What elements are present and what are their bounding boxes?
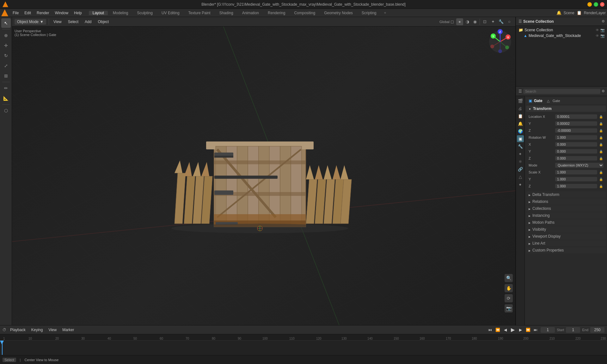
- viewport-canvas[interactable]: User Perspective (1) Scene Collection | …: [12, 27, 515, 325]
- filter-icon[interactable]: ☰: [518, 19, 522, 24]
- prop-physics-icon[interactable]: ⚛: [517, 158, 524, 165]
- prop-modifier-icon[interactable]: 🔧: [517, 143, 524, 150]
- scale-z-lock[interactable]: 🔒: [598, 184, 604, 189]
- maximize-button[interactable]: □: [594, 2, 598, 7]
- tab-texture-paint[interactable]: Texture Paint: [185, 11, 214, 15]
- motion-paths-section[interactable]: Motion Paths: [526, 219, 606, 226]
- tool-add-object[interactable]: ⬡: [1, 106, 11, 115]
- scale-x-value[interactable]: 1.000: [555, 170, 597, 174]
- render-layer-icon[interactable]: 📋: [576, 9, 583, 16]
- jump-start-button[interactable]: ⏮: [487, 327, 493, 333]
- frame-bar[interactable]: [0, 341, 607, 355]
- prop-constraints-icon[interactable]: 🔗: [517, 166, 524, 173]
- delta-transform-section[interactable]: Delta Transform: [526, 191, 606, 198]
- view-menu-timeline[interactable]: View: [46, 327, 58, 333]
- tool-move[interactable]: ✛: [1, 41, 11, 50]
- marker-menu[interactable]: Marker: [60, 327, 76, 333]
- view-menu[interactable]: View: [52, 19, 64, 25]
- location-x-lock[interactable]: 🔒: [598, 114, 604, 119]
- rotation-x-lock[interactable]: 🔒: [598, 142, 604, 147]
- overlay-toggle[interactable]: ⊡: [481, 18, 488, 25]
- prop-object-icon[interactable]: ▣: [517, 135, 524, 142]
- select-menu[interactable]: Select: [66, 19, 80, 25]
- minimize-button[interactable]: −: [587, 2, 592, 7]
- tab-scripting[interactable]: Scripting: [358, 11, 380, 15]
- tab-layout[interactable]: Layout: [89, 11, 108, 15]
- next-keyframe-button[interactable]: ▶: [517, 327, 524, 333]
- prop-world-icon[interactable]: 🌍: [517, 128, 524, 135]
- tab-compositing[interactable]: Compositing: [290, 11, 319, 15]
- tab-uv-editing[interactable]: UV Editing: [158, 11, 183, 15]
- current-frame-input[interactable]: [541, 327, 555, 333]
- scene-collection-item[interactable]: 📁 Scene Collection 👁 📷: [517, 27, 606, 33]
- tool-cursor[interactable]: ⊕: [1, 31, 11, 40]
- prop-material-icon[interactable]: ●: [517, 181, 524, 188]
- rotation-w-lock[interactable]: 🔒: [598, 135, 604, 140]
- tab-rendering[interactable]: Rendering: [264, 11, 289, 15]
- location-y-value[interactable]: 0.00002: [555, 121, 597, 126]
- zoom-gizmo[interactable]: 🔍: [505, 274, 513, 282]
- tool-measure[interactable]: 📐: [1, 94, 11, 103]
- outliner-options[interactable]: ⚙: [602, 19, 605, 23]
- instancing-section[interactable]: Instancing: [526, 212, 606, 219]
- transform-header[interactable]: Transform: [526, 106, 606, 112]
- viewport-display-section[interactable]: Viewport Display: [526, 233, 606, 240]
- viewport-shading-material[interactable]: ◑: [464, 18, 471, 25]
- end-frame-input[interactable]: [590, 327, 604, 333]
- menu-edit[interactable]: Edit: [22, 10, 34, 16]
- rotation-y-lock[interactable]: 🔒: [598, 149, 604, 154]
- properties-search[interactable]: [523, 89, 600, 94]
- rotation-z-value[interactable]: 0.000: [555, 156, 597, 161]
- scene-icon[interactable]: 🔔: [555, 9, 562, 16]
- rotation-z-lock[interactable]: 🔒: [598, 156, 604, 161]
- line-art-section[interactable]: Line Art: [526, 240, 606, 246]
- prop-view-layer-icon[interactable]: 📋: [517, 112, 524, 119]
- menu-render[interactable]: Render: [34, 10, 52, 16]
- tab-sculpting[interactable]: Sculpting: [133, 11, 156, 15]
- proportional-edit[interactable]: ○: [506, 18, 513, 25]
- scale-x-lock[interactable]: 🔒: [598, 170, 604, 175]
- blender-menu-logo[interactable]: [1, 9, 8, 16]
- tab-geometry-nodes[interactable]: Geometry Nodes: [320, 11, 357, 15]
- collections-section[interactable]: Collections: [526, 205, 606, 212]
- next-frame-button[interactable]: ⏩: [525, 327, 531, 333]
- prop-scene-icon[interactable]: 🔔: [517, 120, 524, 127]
- prop-options[interactable]: ⚙: [602, 89, 605, 93]
- relations-section[interactable]: Relations: [526, 198, 606, 205]
- global-transform-icon[interactable]: Global: [441, 18, 448, 25]
- object-item-gate[interactable]: ▲ Medieval_Gate_with_Stockade 👁 📷: [517, 33, 606, 39]
- prop-particles-icon[interactable]: ✦: [517, 150, 524, 157]
- location-z-lock[interactable]: 🔒: [598, 128, 604, 133]
- playback-menu[interactable]: Playback: [8, 327, 28, 333]
- tool-annotate[interactable]: ✏: [1, 83, 11, 93]
- gizmo-toggle[interactable]: ✦: [489, 18, 496, 25]
- eye-icon[interactable]: 👁: [596, 28, 599, 32]
- orbit-gizmo[interactable]: ⟳: [505, 294, 513, 302]
- rotation-x-value[interactable]: 0.000: [555, 142, 597, 147]
- viewport-shading-wire[interactable]: ◻: [449, 18, 456, 25]
- select-status[interactable]: Select: [3, 358, 16, 362]
- location-x-value[interactable]: 0.00001: [555, 114, 597, 119]
- tool-select[interactable]: ↖: [1, 18, 11, 28]
- play-button[interactable]: ▶: [510, 327, 516, 333]
- snap-toggle[interactable]: 🔧: [498, 18, 505, 25]
- tool-rotate[interactable]: ↻: [1, 51, 11, 60]
- prop-output-icon[interactable]: 🖨: [517, 105, 524, 112]
- menu-help[interactable]: Help: [71, 10, 84, 16]
- tab-animation[interactable]: Animation: [238, 11, 263, 15]
- pan-gizmo[interactable]: ✋: [505, 284, 513, 292]
- prev-frame-button[interactable]: ⏪: [494, 327, 501, 333]
- rotation-w-value[interactable]: 1.000: [555, 135, 597, 140]
- prop-data-icon[interactable]: △: [517, 173, 524, 180]
- rotation-y-value[interactable]: 0.000: [555, 149, 597, 154]
- tab-shading[interactable]: Shading: [216, 11, 237, 15]
- add-menu[interactable]: Add: [83, 19, 93, 25]
- start-frame-input[interactable]: [566, 327, 580, 333]
- object-eye-icon[interactable]: 👁: [596, 34, 599, 38]
- navigation-gizmo[interactable]: X Y Z: [487, 29, 513, 54]
- menu-file[interactable]: File: [10, 10, 21, 16]
- scale-z-value[interactable]: 1.000: [555, 184, 597, 188]
- rotation-mode-select[interactable]: Quaternion (WXYZ): [555, 163, 604, 168]
- object-menu[interactable]: Object: [96, 19, 111, 25]
- custom-properties-section[interactable]: Custom Properties: [526, 247, 606, 253]
